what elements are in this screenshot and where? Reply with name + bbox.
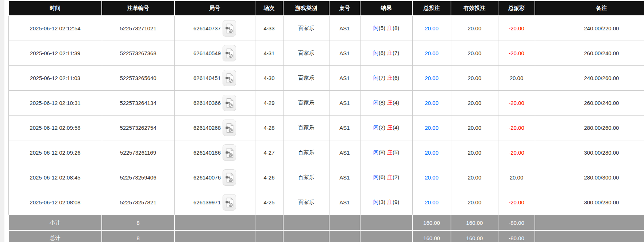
banker-result-score: (4) xyxy=(393,99,399,106)
cell-round_id: 626140076 xyxy=(174,165,255,190)
footer-empty-cell xyxy=(255,215,283,230)
banker-result-score: (9) xyxy=(393,199,399,205)
round-id-text: 626140268 xyxy=(193,125,221,131)
col-header-round_id: 局号 xyxy=(174,1,255,16)
footer-valid_bet: 160.00 xyxy=(451,215,498,230)
round-id-text: 626140076 xyxy=(193,174,221,181)
cell-total_payout: -20.00 xyxy=(498,190,535,215)
cell-round_id: 626140451 xyxy=(174,66,255,91)
page: 时间注单编号局号场次游戏类别桌号结果总投注有效投注总派彩备注 2025-06-1… xyxy=(0,0,644,242)
cell-table_no: AS1 xyxy=(329,190,360,215)
banker-result-label: 庄 xyxy=(387,149,393,155)
player-result-score: (2) xyxy=(379,124,385,131)
col-header-game_type: 游戏类别 xyxy=(283,1,329,16)
cell-session: 4-30 xyxy=(255,66,283,91)
player-result-label: 闲 xyxy=(373,149,379,155)
table-row: 2025-06-12 02:11:03522573265640626140451… xyxy=(8,66,644,91)
player-result-score: (5) xyxy=(379,25,385,31)
video-file-icon xyxy=(225,197,234,208)
cell-result: 闲(3)庄(9) xyxy=(360,190,412,215)
cell-total_payout: -20.00 xyxy=(498,140,535,165)
footer-total_bet: 160.00 xyxy=(412,230,451,242)
col-header-total_payout: 总派彩 xyxy=(498,1,535,16)
footer-empty-cell xyxy=(329,215,360,230)
cell-valid_bet: 20.00 xyxy=(451,165,498,190)
table-row: 2025-06-12 02:08:45522573259406626140076… xyxy=(8,165,644,190)
cell-result: 闲(6)庄(2) xyxy=(360,165,412,190)
footer-valid_bet: 160.00 xyxy=(451,230,498,242)
player-result-score: (8) xyxy=(379,50,385,56)
video-file-icon xyxy=(225,23,234,34)
cell-result: 闲(8)庄(4) xyxy=(360,91,412,116)
cell-round_id: 626140366 xyxy=(174,91,255,116)
cell-result: 闲(2)庄(4) xyxy=(360,116,412,140)
col-header-time: 时间 xyxy=(8,1,102,16)
cell-session: 4-27 xyxy=(255,140,283,165)
banker-result-label: 庄 xyxy=(387,75,393,81)
video-file-icon xyxy=(225,173,234,183)
col-header-valid_bet: 有效投注 xyxy=(451,1,498,16)
cell-round_id: 626140268 xyxy=(174,116,255,140)
bet-records-table: 时间注单编号局号场次游戏类别桌号结果总投注有效投注总派彩备注 2025-06-1… xyxy=(8,1,644,242)
cell-total_bet: 20.00 xyxy=(412,91,451,116)
video-replay-button[interactable] xyxy=(223,169,236,186)
table-row: 2025-06-12 02:08:08522573257821626139971… xyxy=(8,190,644,215)
cell-time: 2025-06-12 02:09:26 xyxy=(8,140,102,165)
cell-game_type: 百家乐 xyxy=(283,140,329,165)
cell-bet_id: 522573267368 xyxy=(102,41,174,66)
video-replay-button[interactable] xyxy=(223,20,236,37)
page-left-gutter xyxy=(0,0,4,242)
cell-time: 2025-06-12 02:09:58 xyxy=(8,116,102,140)
video-replay-button[interactable] xyxy=(223,194,236,211)
footer-empty-cell xyxy=(360,215,412,230)
cell-total_bet: 20.00 xyxy=(412,41,451,66)
cell-bet_id: 522573265640 xyxy=(102,66,174,91)
footer-count: 8 xyxy=(102,215,174,230)
cell-total_payout: 20.00 xyxy=(498,165,535,190)
footer-label: 总计 xyxy=(8,230,102,242)
cell-total_payout: -20.00 xyxy=(498,41,535,66)
cell-bet_id: 522573259406 xyxy=(102,165,174,190)
player-result-score: (8) xyxy=(379,99,385,106)
cell-total_payout: 20.00 xyxy=(498,66,535,91)
video-replay-button[interactable] xyxy=(223,95,236,111)
round-id-text: 626140366 xyxy=(193,100,221,106)
player-result-score: (6) xyxy=(379,174,385,180)
cell-time: 2025-06-12 02:11:39 xyxy=(8,41,102,66)
cell-session: 4-28 xyxy=(255,116,283,140)
cell-round_id: 626140549 xyxy=(174,41,255,66)
table-header: 时间注单编号局号场次游戏类别桌号结果总投注有效投注总派彩备注 xyxy=(8,1,644,16)
footer-empty-cell xyxy=(283,230,329,242)
video-replay-button[interactable] xyxy=(223,144,236,161)
cell-remark: 240.00/220.00 xyxy=(535,16,644,41)
cell-bet_id: 522573257821 xyxy=(102,190,174,215)
cell-table_no: AS1 xyxy=(329,16,360,41)
table-row: 2025-06-12 02:09:26522573261169626140186… xyxy=(8,140,644,165)
banker-result-label: 庄 xyxy=(387,50,393,56)
video-replay-button[interactable] xyxy=(223,70,236,86)
footer-empty-cell xyxy=(283,215,329,230)
cell-session: 4-33 xyxy=(255,16,283,41)
cell-remark: 260.00/240.00 xyxy=(535,91,644,116)
cell-result: 闲(7)庄(6) xyxy=(360,66,412,91)
video-replay-button[interactable] xyxy=(223,45,236,61)
video-file-icon xyxy=(225,148,234,158)
cell-bet_id: 522573271021 xyxy=(102,16,174,41)
cell-remark: 300.00/280.00 xyxy=(535,190,644,215)
cell-total_bet: 20.00 xyxy=(412,140,451,165)
cell-valid_bet: 20.00 xyxy=(451,41,498,66)
cell-game_type: 百家乐 xyxy=(283,66,329,91)
video-file-icon xyxy=(225,73,234,83)
banker-result-score: (6) xyxy=(393,75,399,81)
video-replay-button[interactable] xyxy=(223,120,236,136)
table-row: 2025-06-12 02:11:39522573267368626140549… xyxy=(8,41,644,66)
cell-session: 4-29 xyxy=(255,91,283,116)
cell-valid_bet: 20.00 xyxy=(451,190,498,215)
footer-total_payout: -80.00 xyxy=(498,230,535,242)
player-result-label: 闲 xyxy=(373,199,379,205)
cell-time: 2025-06-12 02:08:45 xyxy=(8,165,102,190)
cell-round_id: 626140737 xyxy=(174,16,255,41)
player-result-label: 闲 xyxy=(373,75,379,81)
cell-total_bet: 20.00 xyxy=(412,165,451,190)
cell-total_payout: -20.00 xyxy=(498,116,535,140)
